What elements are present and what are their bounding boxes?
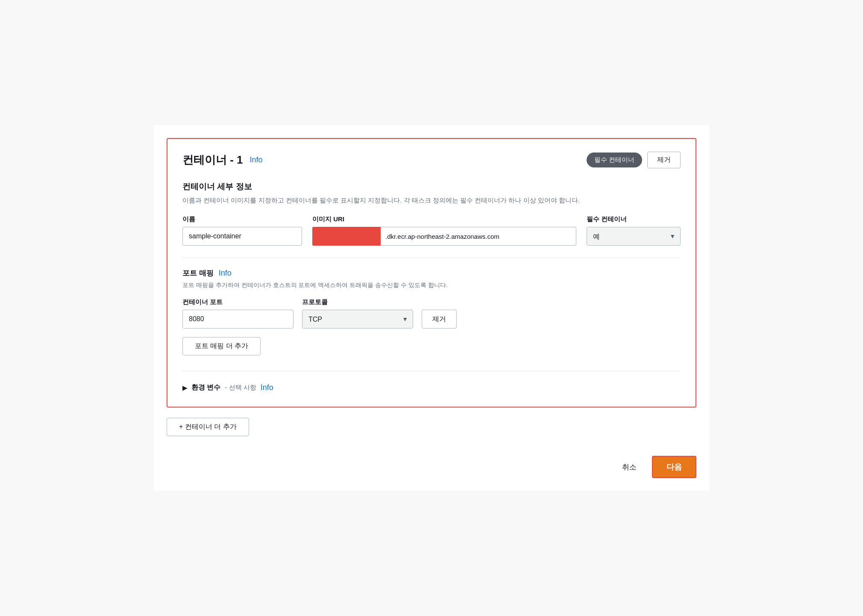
env-subtitle: - 선택 사항 xyxy=(225,384,256,392)
container-title: 컨테이너 - 1 xyxy=(182,153,243,167)
env-section[interactable]: ▶ 환경 변수 - 선택 사항 Info xyxy=(182,381,681,394)
card-actions: 필수 컨테이너 제거 xyxy=(587,152,681,168)
container-details-section: 컨테이너 세부 정보 이름과 컨테이너 이미지를 지정하고 컨테이너를 필수로 … xyxy=(182,181,681,246)
cancel-button[interactable]: 취소 xyxy=(615,458,643,476)
essential-select-wrapper: 예 아니요 ▼ xyxy=(587,227,681,246)
details-section-title: 컨테이너 세부 정보 xyxy=(182,181,681,192)
env-info-link[interactable]: Info xyxy=(261,383,273,392)
uri-input-wrapper xyxy=(312,227,576,246)
port-form-group: 컨테이너 포트 xyxy=(182,298,294,329)
card-title-group: 컨테이너 - 1 Info xyxy=(182,153,263,167)
port-input[interactable] xyxy=(182,310,294,329)
section-divider xyxy=(182,258,681,258)
essential-select[interactable]: 예 아니요 xyxy=(587,227,681,246)
protocol-select-wrapper: TCP UDP ▼ xyxy=(302,310,413,329)
name-form-group: 이름 xyxy=(182,215,302,246)
env-title: 환경 변수 xyxy=(191,383,220,392)
env-divider xyxy=(182,371,681,371)
card-header: 컨테이너 - 1 Info 필수 컨테이너 제거 xyxy=(182,152,681,168)
essential-form-group: 필수 컨테이너 예 아니요 ▼ xyxy=(587,215,681,246)
footer-bar: 취소 다음 xyxy=(167,449,696,478)
add-port-button[interactable]: 포트 매핑 더 추가 xyxy=(182,337,261,355)
container-info-link[interactable]: Info xyxy=(250,155,263,164)
protocol-label: 프로토콜 xyxy=(302,298,413,306)
protocol-select[interactable]: TCP UDP xyxy=(302,310,413,329)
remove-port-button[interactable]: 제거 xyxy=(422,310,457,329)
port-form-row: 컨테이너 포트 프로토콜 TCP UDP ▼ 제거 xyxy=(182,298,681,329)
port-label: 컨테이너 포트 xyxy=(182,298,294,306)
port-mapping-info-link[interactable]: Info xyxy=(219,269,232,278)
container-card: 컨테이너 - 1 Info 필수 컨테이너 제거 컨테이너 세부 정보 이름과 … xyxy=(167,138,696,408)
port-mapping-title: 포트 매핑 xyxy=(182,268,214,278)
remove-container-button[interactable]: 제거 xyxy=(647,152,681,168)
essential-badge: 필수 컨테이너 xyxy=(587,153,642,167)
essential-label: 필수 컨테이너 xyxy=(587,215,681,223)
name-input[interactable] xyxy=(182,227,302,246)
port-mapping-header: 포트 매핑 Info xyxy=(182,268,681,278)
port-mapping-desc: 포트 매핑을 추가하여 컨테이너가 호스트의 포트에 액세스하여 트래픽을 송수… xyxy=(182,281,681,290)
env-chevron-icon: ▶ xyxy=(182,384,187,391)
uri-form-group: 이미지 URI xyxy=(312,215,576,246)
details-section-desc: 이름과 컨테이너 이미지를 지정하고 컨테이너를 필수로 표시할지 지정합니다.… xyxy=(182,196,681,205)
add-container-button[interactable]: + 컨테이너 더 추가 xyxy=(167,418,249,436)
uri-label: 이미지 URI xyxy=(312,215,576,223)
name-label: 이름 xyxy=(182,215,302,223)
port-mapping-section: 포트 매핑 Info 포트 매핑을 추가하여 컨테이너가 호스트의 포트에 액세… xyxy=(182,268,681,367)
next-button[interactable]: 다음 xyxy=(652,456,696,478)
main-form-row: 이름 이미지 URI 필수 컨테이너 예 xyxy=(182,215,681,246)
uri-redacted-block xyxy=(312,227,381,246)
protocol-form-group: 프로토콜 TCP UDP ▼ xyxy=(302,298,413,329)
add-container-label: + 컨테이너 더 추가 xyxy=(179,422,237,431)
